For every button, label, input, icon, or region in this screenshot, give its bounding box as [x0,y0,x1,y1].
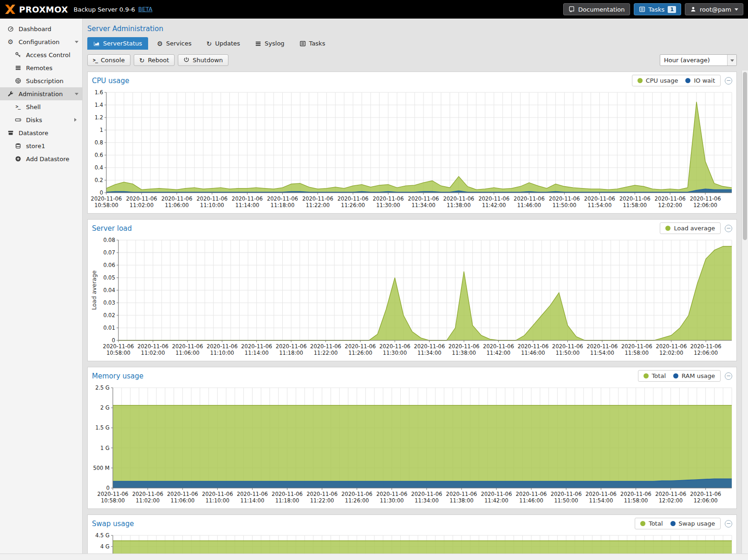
tab-bar: ServerStatus⚙Services↻UpdatesSyslogTasks [83,37,748,50]
svg-text:2020-11-06: 2020-11-06 [126,195,157,202]
scrollbar-thumb[interactable] [743,72,747,240]
svg-text:2020-11-06: 2020-11-06 [132,491,163,497]
svg-text:2020-11-06: 2020-11-06 [586,343,618,350]
shutdown-button[interactable]: Shutdown [178,54,228,66]
svg-text:11:02:00: 11:02:00 [136,497,160,504]
svg-text:11:54:00: 11:54:00 [589,497,613,504]
user-label: root@pam [700,6,731,13]
beta-link[interactable]: BETA [138,6,152,13]
gauge-icon [7,26,14,32]
svg-text:2020-11-06: 2020-11-06 [449,343,480,350]
svg-text:2020-11-06: 2020-11-06 [655,195,686,202]
svg-text:0.03: 0.03 [103,300,115,306]
key-icon [14,52,22,58]
svg-text:2020-11-06: 2020-11-06 [549,195,580,202]
chart-legend: CPU usageIO wait [632,75,721,86]
tasks-label: Tasks [649,6,665,13]
shutdown-label: Shutdown [193,57,223,64]
bars-icon [14,65,22,71]
vertical-scrollbar[interactable] [741,71,748,553]
svg-text:2020-11-06: 2020-11-06 [91,195,122,202]
sidebar-item-subscription[interactable]: Subscription [0,74,82,87]
tab-serverstatus[interactable]: ServerStatus [87,37,148,50]
svg-text:11:46:00: 11:46:00 [521,350,545,356]
panel-title: Memory usage [92,372,143,380]
sidebar-item-access-control[interactable]: Access Control [0,48,82,61]
caret-down-icon [75,93,78,97]
svg-text:11:06:00: 11:06:00 [170,497,195,504]
proxmox-x-icon [5,4,16,14]
wrench-icon [7,91,14,97]
sidebar-item-label: Access Control [26,52,71,59]
svg-text:2020-11-06: 2020-11-06 [552,343,583,350]
svg-text:0.06: 0.06 [103,262,115,268]
sidebar-item-dashboard[interactable]: Dashboard [0,22,82,35]
svg-text:11:58:00: 11:58:00 [624,350,649,356]
legend-item: Swap usage [670,520,715,527]
legend-dot [644,373,649,378]
svg-text:11:50:00: 11:50:00 [553,202,577,208]
tab-updates[interactable]: ↻Updates [200,37,246,50]
user-menu-button[interactable]: root@pam [685,3,743,15]
reboot-button[interactable]: ↻ Reboot [134,54,175,66]
legend-dot [670,521,676,526]
svg-text:2020-11-06: 2020-11-06 [551,491,582,497]
horizontal-scrollbar[interactable] [0,553,748,560]
svg-text:1.2: 1.2 [95,114,103,121]
tasks-button[interactable]: Tasks 1 [634,3,682,15]
svg-text:2020-11-06: 2020-11-06 [167,491,198,497]
sidebar-item-disks[interactable]: Disks [0,113,82,126]
svg-text:0.05: 0.05 [103,274,115,281]
svg-text:2020-11-06: 2020-11-06 [272,491,303,497]
select-trigger[interactable] [727,55,736,65]
sidebar-item-store1[interactable]: store1 [0,139,82,152]
sidebar-item-shell[interactable]: >_Shell [0,100,82,113]
collapse-icon[interactable]: − [725,520,732,527]
legend-item: Total [640,520,663,527]
tab-tasks[interactable]: Tasks [293,37,332,50]
documentation-button[interactable]: Documentation [563,3,630,15]
svg-text:11:02:00: 11:02:00 [141,350,165,356]
chart-legend: TotalRAM usage [638,370,721,382]
svg-text:0: 0 [100,189,103,196]
panel-title: Swap usage [92,520,134,528]
power-icon [183,57,189,64]
proxmox-logo: PROXMOX [5,4,68,14]
svg-text:10:58:00: 10:58:00 [101,497,125,504]
collapse-icon[interactable]: − [725,225,732,232]
sidebar-item-configuration[interactable]: ⚙Configuration [0,35,82,48]
collapse-icon[interactable]: − [725,372,732,380]
svg-text:11:26:00: 11:26:00 [348,350,372,356]
svg-text:11:06:00: 11:06:00 [165,202,189,208]
sidebar-item-label: Remotes [26,65,52,72]
svg-text:0.08: 0.08 [103,237,115,243]
hdd-icon [14,117,22,123]
legend-dot [673,373,678,378]
svg-text:0.02: 0.02 [103,312,115,319]
sidebar-item-datastore[interactable]: Datastore [0,126,82,139]
svg-text:11:14:00: 11:14:00 [235,202,260,208]
collapse-icon[interactable]: − [725,77,732,85]
area-chart-icon [93,40,100,47]
time-range-select[interactable]: Hour (average) [660,54,737,66]
documentation-label: Documentation [578,6,624,13]
console-button[interactable]: >_ Console [87,54,130,66]
legend-dot [637,78,643,83]
svg-text:11:06:00: 11:06:00 [176,350,200,356]
svg-text:2020-11-06: 2020-11-06 [690,195,721,202]
sidebar-item-remotes[interactable]: Remotes [0,61,82,74]
svg-text:11:18:00: 11:18:00 [271,202,295,208]
svg-text:2020-11-06: 2020-11-06 [620,491,651,497]
svg-text:Load average: Load average [91,270,98,310]
chevron-down-icon [730,59,734,64]
sidebar-item-label: Configuration [19,39,59,46]
svg-text:11:50:00: 11:50:00 [556,350,580,356]
sidebar-nav: Dashboard⚙ConfigurationAccess ControlRem… [0,19,83,553]
sidebar-item-administration[interactable]: Administration [0,87,82,100]
svg-text:11:58:00: 11:58:00 [624,497,648,504]
tab-syslog[interactable]: Syslog [249,37,291,50]
svg-text:2020-11-06: 2020-11-06 [585,491,617,497]
sidebar-item-add-datastore[interactable]: Add Datastore [0,152,82,165]
tab-services[interactable]: ⚙Services [151,37,197,50]
svg-text:12:02:00: 12:02:00 [658,202,682,208]
